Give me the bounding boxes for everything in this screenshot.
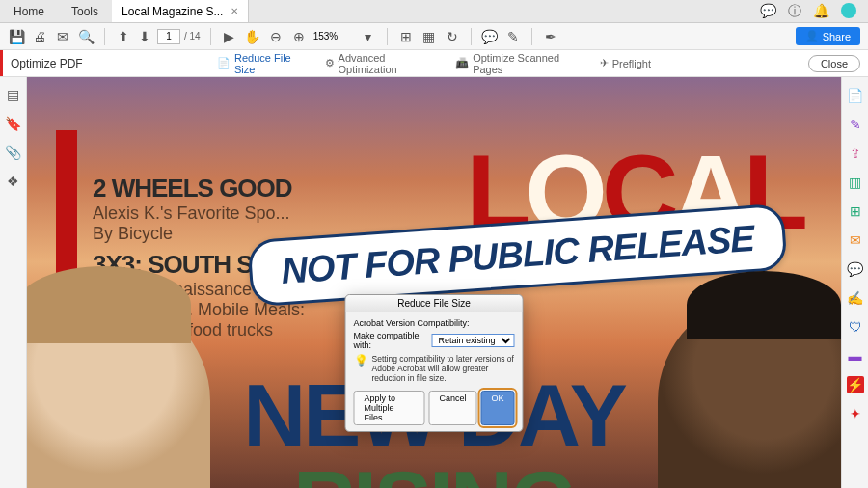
share-icon: 👤 (805, 30, 819, 42)
fit-page-icon[interactable]: ▦ (420, 28, 438, 45)
combine-icon[interactable]: ⊞ (847, 203, 864, 220)
create-pdf-icon[interactable]: 📄 (847, 87, 864, 104)
ok-button[interactable]: OK (480, 391, 514, 425)
sub-1a: Alexis K.'s Favorite Spo... (93, 203, 312, 224)
edit-pdf-icon[interactable]: ✎ (847, 116, 864, 133)
zoom-out-icon[interactable]: ⊖ (267, 28, 285, 45)
layers-icon[interactable]: ❖ (7, 174, 19, 189)
advanced-optimization-button[interactable]: ⚙Advanced Optimization (325, 52, 439, 75)
apply-multiple-button[interactable]: Apply to Multiple Files (354, 391, 425, 425)
fill-sign-icon[interactable]: ✍ (847, 289, 864, 307)
chat-icon[interactable]: 💬 (760, 3, 776, 20)
cancel-button[interactable]: Cancel (428, 391, 476, 425)
thumbnails-icon[interactable]: ▤ (7, 87, 19, 102)
bookmarks-icon[interactable]: 🔖 (5, 116, 21, 131)
sign-icon[interactable]: ✒ (542, 28, 559, 45)
work-area: ▤ 🔖 📎 ❖ LOCAL 2 WHEELS GOOD Alexis K.'s … (0, 77, 868, 488)
page-up-icon[interactable]: ⬆ (115, 28, 132, 45)
compat-label: Acrobat Version Compatibility: (354, 318, 515, 328)
page-down-icon[interactable]: ⬇ (136, 28, 153, 45)
separator (531, 28, 532, 45)
headline-1: 2 WHEELS GOOD (93, 174, 312, 203)
hand-icon[interactable]: ✋ (244, 28, 261, 45)
redact-icon[interactable]: ▬ (847, 347, 864, 365)
make-compatible-label: Make compatible with: (354, 331, 428, 350)
document-canvas[interactable]: LOCAL 2 WHEELS GOOD Alexis K.'s Favorite… (27, 77, 841, 488)
notifications-icon[interactable]: 🔔 (813, 3, 829, 20)
optimize-bar: Optimize PDF 📄Reduce File Size ⚙Advanced… (0, 50, 868, 77)
page-input[interactable] (157, 29, 180, 44)
lightbulb-icon: 💡 (354, 354, 368, 383)
protect-icon[interactable]: 🛡 (847, 318, 864, 336)
compatibility-select[interactable]: Retain existing (432, 334, 515, 347)
highlight-icon[interactable]: ✎ (504, 28, 522, 45)
export-pdf-icon[interactable]: ⇪ (847, 145, 864, 162)
tab-document-label: Local Magazine S... (122, 5, 223, 18)
pointer-icon[interactable]: ▶ (221, 28, 238, 45)
reduce-label: Reduce File Size (234, 52, 308, 75)
tab-tools[interactable]: Tools (58, 0, 112, 22)
dialog-title: Reduce File Size (346, 295, 523, 312)
close-tab-icon[interactable]: ✕ (231, 6, 238, 16)
advanced-label: Advanced Optimization (339, 52, 439, 75)
zoom-level[interactable]: 153% (313, 31, 354, 41)
close-bar-button[interactable]: Close (808, 55, 860, 72)
optimize-title: Optimize PDF (0, 50, 91, 76)
separator (210, 28, 211, 45)
hint-text: Setting compatibility to later versions … (372, 354, 515, 383)
reduce-file-size-dialog: Reduce File Size Acrobat Version Compati… (345, 294, 524, 432)
more-tools-icon[interactable]: ✦ (847, 405, 864, 422)
chevron-down-icon[interactable]: ▾ (360, 28, 377, 45)
tab-home[interactable]: Home (0, 0, 58, 22)
search-icon[interactable]: 🔍 (77, 28, 95, 45)
optimize-tool-icon[interactable]: ⚡ (847, 376, 864, 393)
preflight-label: Preflight (612, 58, 651, 69)
reduce-file-size-button[interactable]: 📄Reduce File Size (217, 52, 308, 75)
comment-icon[interactable]: 💬 (481, 28, 499, 45)
avatar[interactable] (841, 3, 856, 18)
help-icon[interactable]: ⓘ (788, 3, 801, 20)
save-icon[interactable]: 💾 (8, 28, 25, 45)
main-toolbar: 💾 🖨 ✉ 🔍 ⬆ ⬇ / 14 ▶ ✋ ⊖ ⊕ 153% ▾ ⊞ ▦ ↻ 💬 … (0, 23, 868, 50)
page-nav: ⬆ ⬇ / 14 (115, 28, 201, 45)
rotate-icon[interactable]: ↻ (444, 28, 461, 45)
tab-document[interactable]: Local Magazine S... ✕ (112, 0, 249, 22)
zoom-in-icon[interactable]: ⊕ (290, 28, 308, 45)
share-button[interactable]: 👤 Share (796, 27, 860, 45)
separator (387, 28, 388, 45)
cover-face-left (27, 295, 210, 488)
fit-width-icon[interactable]: ⊞ (397, 28, 415, 45)
separator (104, 28, 105, 45)
cover-face-right (658, 295, 841, 488)
comment-tool-icon[interactable]: 💬 (847, 260, 864, 278)
headline-rising: RISING (293, 453, 575, 488)
print-icon[interactable]: 🖨 (31, 28, 48, 45)
preflight-button[interactable]: ✈Preflight (600, 52, 651, 75)
right-rail: 📄 ✎ ⇪ ▥ ⊞ ✉ 💬 ✍ 🛡 ▬ ⚡ ✦ (841, 77, 868, 488)
separator (471, 28, 472, 45)
organize-icon[interactable]: ▥ (847, 174, 864, 191)
optimize-scanned-button[interactable]: 📠Optimize Scanned Pages (455, 52, 582, 75)
share-label: Share (823, 31, 851, 42)
attachments-icon[interactable]: 📎 (5, 145, 21, 160)
mail-icon[interactable]: ✉ (54, 28, 71, 45)
scanned-label: Optimize Scanned Pages (473, 52, 582, 75)
left-rail: ▤ 🔖 📎 ❖ (0, 77, 27, 488)
send-icon[interactable]: ✉ (847, 231, 864, 249)
page-total: / 14 (184, 31, 201, 41)
tab-bar: Home Tools Local Magazine S... ✕ 💬 ⓘ 🔔 (0, 0, 868, 23)
